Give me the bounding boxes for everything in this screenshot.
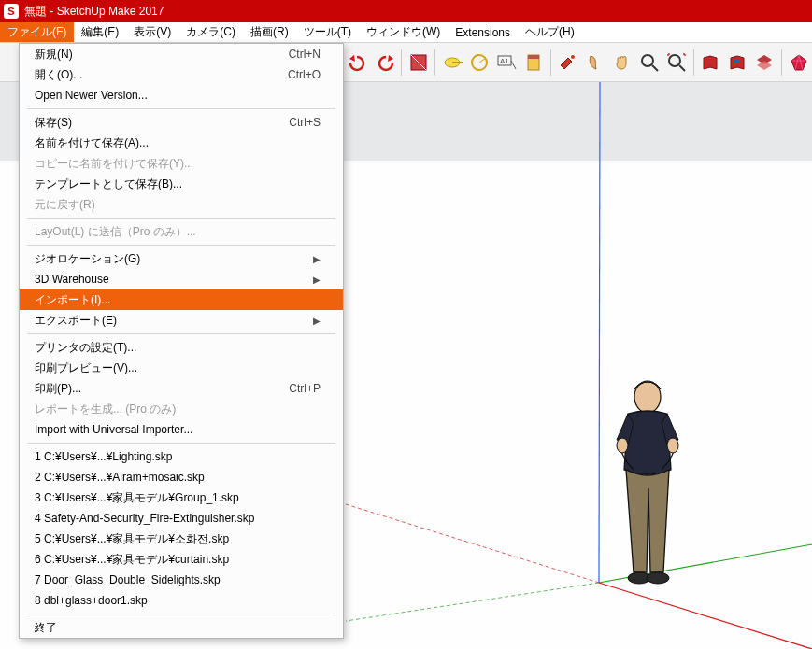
menu-item-29[interactable]: 7 Door_Glass_Double_Sidelights.skp bbox=[20, 570, 343, 590]
menu-item-19[interactable]: 印刷(P)...Ctrl+P bbox=[20, 378, 343, 399]
paint-icon[interactable] bbox=[555, 49, 580, 76]
menu-item-4[interactable]: 保存(S)Ctrl+S bbox=[20, 112, 343, 133]
menu-item-label: コピーに名前を付けて保存(Y)... bbox=[35, 156, 193, 172]
menu-view[interactable]: 表示(V) bbox=[126, 22, 178, 42]
menu-item-label: 3 C:¥Users¥...¥家具モデル¥Group_1.skp bbox=[35, 490, 239, 506]
menu-camera[interactable]: カメラ(C) bbox=[178, 22, 243, 42]
menu-separator bbox=[27, 614, 335, 614]
menu-separator bbox=[27, 108, 335, 109]
menu-item-shortcut: Ctrl+S bbox=[289, 116, 321, 129]
menu-item-label: ジオロケーション(G) bbox=[35, 251, 140, 267]
svg-point-13 bbox=[669, 55, 680, 66]
protractor-icon[interactable] bbox=[467, 49, 492, 76]
app-icon: S bbox=[4, 4, 19, 19]
ruby-icon[interactable] bbox=[786, 49, 811, 76]
menu-item-label: エクスポート(E) bbox=[35, 313, 117, 329]
menu-item-23[interactable]: 1 C:¥Users¥...¥Lighting.skp bbox=[20, 446, 343, 467]
menu-bar: ファイル(F) 編集(E) 表示(V) カメラ(C) 描画(R) ツール(T) … bbox=[0, 22, 812, 43]
menu-item-label: 2 C:¥Users¥...¥Airam+mosaic.skp bbox=[35, 471, 205, 484]
menu-window[interactable]: ウィンドウ(W) bbox=[359, 22, 448, 42]
menu-item-shortcut: Ctrl+N bbox=[289, 48, 321, 61]
menu-item-1[interactable]: 開く(O)...Ctrl+O bbox=[20, 64, 343, 85]
zoom-extents-icon[interactable] bbox=[663, 49, 689, 76]
menu-item-7[interactable]: テンプレートとして保存(B)... bbox=[20, 174, 343, 194]
menu-separator bbox=[27, 218, 335, 219]
menu-file[interactable]: ファイル(F) bbox=[0, 22, 74, 42]
menu-item-label: 6 C:¥Users¥...¥家具モデル¥curtain.skp bbox=[35, 552, 229, 568]
structure-icon[interactable] bbox=[521, 49, 547, 76]
hand-icon[interactable] bbox=[609, 49, 634, 76]
undo-icon[interactable] bbox=[345, 49, 370, 76]
tape-icon[interactable] bbox=[439, 49, 464, 76]
menu-item-25[interactable]: 3 C:¥Users¥...¥家具モデル¥Group_1.skp bbox=[20, 487, 343, 508]
svg-line-7 bbox=[511, 61, 516, 69]
menu-item-shortcut: Ctrl+P bbox=[289, 382, 321, 395]
book-blue-icon[interactable] bbox=[725, 49, 750, 76]
menu-item-26[interactable]: 4 Safety-And-Security_Fire-Extinguisher.… bbox=[20, 508, 343, 529]
menu-item-28[interactable]: 6 C:¥Users¥...¥家具モデル¥curtain.skp bbox=[20, 549, 343, 570]
menu-item-shortcut: Ctrl+O bbox=[288, 68, 321, 81]
menu-item-label: 印刷(P)... bbox=[35, 381, 81, 397]
menu-help[interactable]: ヘルプ(H) bbox=[518, 22, 582, 42]
zoom-icon[interactable] bbox=[636, 49, 662, 76]
menu-item-21[interactable]: Import with Universal Importer... bbox=[20, 419, 343, 440]
menu-separator bbox=[27, 443, 335, 444]
menu-item-14[interactable]: インポート(I)... bbox=[20, 289, 343, 310]
menu-item-17[interactable]: プリンタの設定(T)... bbox=[20, 337, 343, 358]
redo-icon[interactable] bbox=[372, 49, 397, 76]
menu-tools[interactable]: ツール(T) bbox=[296, 22, 359, 42]
menu-item-label: インポート(I)... bbox=[35, 292, 110, 308]
svg-line-20 bbox=[346, 504, 599, 583]
menu-item-32[interactable]: 終了 bbox=[20, 617, 343, 638]
menu-item-12[interactable]: ジオロケーション(G)▶ bbox=[20, 248, 343, 269]
menu-item-30[interactable]: 8 dbl+glass+door1.skp bbox=[20, 590, 343, 611]
menu-item-15[interactable]: エクスポート(E)▶ bbox=[20, 310, 343, 331]
svg-point-25 bbox=[647, 572, 669, 584]
menu-item-label: 1 C:¥Users¥...¥Lighting.skp bbox=[35, 450, 172, 463]
svg-point-22 bbox=[617, 438, 628, 453]
menu-item-label: 5 C:¥Users¥...¥家具モデル¥소화전.skp bbox=[35, 531, 229, 547]
file-menu-dropdown: 新規(N)Ctrl+N開く(O)...Ctrl+OOpen Newer Vers… bbox=[19, 43, 344, 639]
menu-item-label: 終了 bbox=[35, 620, 57, 636]
menu-item-13[interactable]: 3D Warehouse▶ bbox=[20, 269, 343, 289]
svg-line-16 bbox=[599, 82, 600, 583]
svg-point-10 bbox=[571, 55, 575, 59]
scale-figure bbox=[605, 376, 708, 591]
menu-item-8: 元に戻す(R) bbox=[20, 194, 343, 215]
menu-item-2[interactable]: Open Newer Version... bbox=[20, 85, 343, 106]
svg-line-12 bbox=[652, 65, 658, 71]
menu-separator bbox=[27, 245, 335, 246]
menu-draw[interactable]: 描画(R) bbox=[243, 22, 296, 42]
menu-edit[interactable]: 編集(E) bbox=[74, 22, 126, 42]
svg-line-18 bbox=[346, 583, 599, 621]
svg-rect-15 bbox=[734, 60, 740, 63]
svg-point-23 bbox=[667, 438, 678, 453]
shadow-toggle-icon[interactable] bbox=[406, 49, 431, 76]
menu-item-6: コピーに名前を付けて保存(Y)... bbox=[20, 153, 343, 174]
submenu-arrow-icon: ▶ bbox=[313, 254, 321, 264]
menu-item-label: 8 dbl+glass+door1.skp bbox=[35, 594, 148, 607]
menu-item-label: 保存(S) bbox=[35, 115, 72, 131]
submenu-arrow-icon: ▶ bbox=[313, 275, 321, 285]
outliner-icon[interactable] bbox=[582, 49, 607, 76]
menu-item-18[interactable]: 印刷プレビュー(V)... bbox=[20, 358, 343, 378]
menu-item-label: 印刷プレビュー(V)... bbox=[35, 360, 137, 376]
text-icon[interactable]: A1 bbox=[494, 49, 520, 76]
menu-item-20: レポートを生成... (Pro のみ) bbox=[20, 399, 343, 419]
book-red-icon[interactable] bbox=[698, 49, 723, 76]
svg-line-14 bbox=[679, 65, 685, 71]
submenu-arrow-icon: ▶ bbox=[313, 316, 321, 326]
menu-item-10: LayOut(L) に送信（Pro のみ）... bbox=[20, 221, 343, 242]
menu-item-5[interactable]: 名前を付けて保存(A)... bbox=[20, 133, 343, 153]
menu-item-0[interactable]: 新規(N)Ctrl+N bbox=[20, 44, 343, 64]
menu-item-label: Import with Universal Importer... bbox=[35, 423, 192, 436]
menu-item-label: Open Newer Version... bbox=[35, 89, 148, 102]
layers-icon[interactable] bbox=[752, 49, 777, 76]
menu-item-label: 7 Door_Glass_Double_Sidelights.skp bbox=[35, 573, 221, 586]
menu-item-label: 4 Safety-And-Security_Fire-Extinguisher.… bbox=[35, 512, 254, 525]
menu-item-27[interactable]: 5 C:¥Users¥...¥家具モデル¥소화전.skp bbox=[20, 529, 343, 549]
menu-item-24[interactable]: 2 C:¥Users¥...¥Airam+mosaic.skp bbox=[20, 467, 343, 487]
menu-item-label: レポートを生成... (Pro のみ) bbox=[35, 402, 176, 417]
menu-extensions[interactable]: Extensions bbox=[448, 24, 518, 41]
title-bar: S 無題 - SketchUp Make 2017 bbox=[0, 0, 812, 22]
